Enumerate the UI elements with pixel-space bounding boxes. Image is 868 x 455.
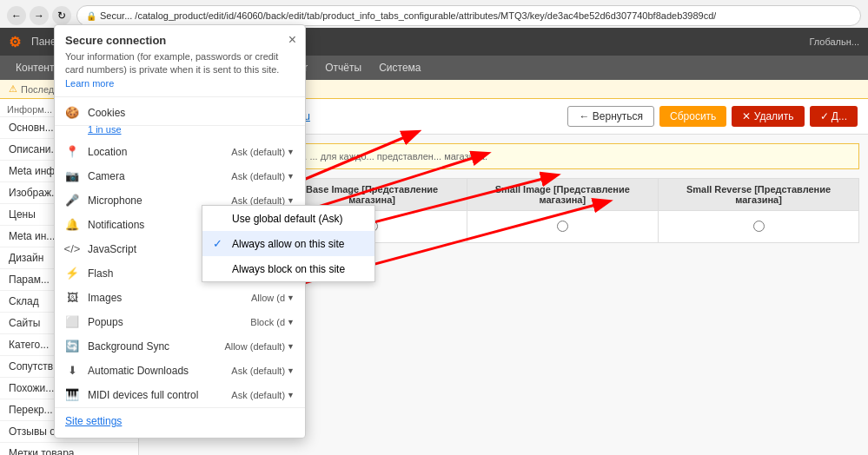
cookies-label: Cookies <box>88 107 295 119</box>
save-button[interactable]: ✓ Д... <box>810 106 858 127</box>
midi-icon: 🎹 <box>65 388 79 402</box>
col-header-small: Small Image [Представление магазина] <box>467 179 659 211</box>
checkmark-icon: ✓ <box>213 237 225 250</box>
microphone-dropdown-arrow: ▼ <box>287 196 295 205</box>
learn-more-link[interactable]: Learn more <box>65 78 114 89</box>
popups-value[interactable]: Block (d ▼ <box>250 317 295 327</box>
camera-dropdown-arrow: ▼ <box>287 172 295 181</box>
notice-icon: ⚠ <box>9 83 17 95</box>
cookies-item: 🍪 Cookies <box>55 101 305 126</box>
location-icon: 📍 <box>65 145 79 159</box>
refresh-button[interactable]: ↻ <box>52 6 71 25</box>
address-bar[interactable]: 🔒 Secur... /catalog_product/edit/id/4606… <box>76 5 861 26</box>
cookies-icon: 🍪 <box>65 106 79 120</box>
automatic-downloads-label: Automatic Downloads <box>88 365 222 377</box>
flash-option-always-allow[interactable]: ✓ Always allow on this site <box>202 231 374 256</box>
popups-dropdown-arrow: ▼ <box>287 318 295 326</box>
images-permission-icon: 🖼 <box>65 291 79 305</box>
flash-icon: ⚡ <box>65 267 79 280</box>
microphone-value[interactable]: Ask (default) ▼ <box>231 195 295 206</box>
camera-item: 📷 Camera Ask (default) ▼ <box>55 164 305 188</box>
background-sync-value[interactable]: Allow (default) ▼ <box>224 341 295 352</box>
popups-icon: ⬜ <box>65 315 79 329</box>
header-actions: ← Вернуться Сбросить ✕ Удалить ✓ Д... <box>567 106 858 127</box>
sidebar-item-tags[interactable]: Метки товара <box>0 443 138 455</box>
delete-button[interactable]: ✕ Удалить <box>732 106 804 127</box>
background-sync-label: Background Sync <box>88 340 215 353</box>
small-reverse-cell <box>659 211 859 243</box>
images-permission-item: 🖼 Images Allow (d ▼ <box>55 286 305 310</box>
automatic-downloads-item: ⬇ Automatic Downloads Ask (default) ▼ <box>55 359 305 383</box>
reset-button[interactable]: Сбросить <box>659 106 726 127</box>
global-label: Глобальн... <box>809 36 859 47</box>
flash-sub-dropdown: Use global default (Ask) ✓ Always allow … <box>202 205 375 282</box>
flash-option-always-block[interactable]: Always block on this site <box>202 256 374 281</box>
small-reverse-radio[interactable] <box>753 221 765 232</box>
images-permission-dropdown-arrow: ▼ <box>287 293 295 302</box>
back-button[interactable]: ← <box>7 6 26 25</box>
images-permission-label: Images <box>88 292 242 304</box>
images-permission-value[interactable]: Allow (d ▼ <box>251 293 295 303</box>
automatic-downloads-value[interactable]: Ask (default) ▼ <box>231 366 295 376</box>
popups-item: ⬜ Popups Block (d ▼ <box>55 310 305 334</box>
javascript-icon: </> <box>65 242 79 256</box>
automatic-downloads-icon: ⬇ <box>65 364 79 378</box>
popup-header: Secure connection Your information (for … <box>55 25 305 97</box>
popups-label: Popups <box>88 316 242 328</box>
background-sync-icon: 🔄 <box>65 340 79 353</box>
lock-icon: 🔒 <box>86 11 96 21</box>
small-image-cell <box>467 211 659 243</box>
camera-value[interactable]: Ask (default) ▼ <box>231 171 295 181</box>
popup-title: Secure connection <box>65 34 295 47</box>
col-header-small-reverse: Small Reverse [Представление магазина] <box>659 179 859 211</box>
flash-option-global-label: Use global default (Ask) <box>232 213 342 225</box>
camera-label: Camera <box>88 170 222 182</box>
check-placeholder-2 <box>213 262 225 275</box>
small-image-radio[interactable] <box>557 221 568 232</box>
back-button[interactable]: ← Вернуться <box>567 106 654 127</box>
background-sync-item: 🔄 Background Sync Allow (default) ▼ <box>55 334 305 359</box>
app-logo: ⚙ <box>9 34 21 50</box>
url-text: Secur... /catalog_product/edit/id/46060/… <box>100 10 716 21</box>
flash-option-always-allow-label: Always allow on this site <box>232 238 344 250</box>
midi-label: MIDI devices full control <box>88 389 222 401</box>
automatic-downloads-dropdown-arrow: ▼ <box>287 366 295 375</box>
site-settings-link[interactable]: Site settings <box>55 407 305 434</box>
background-sync-dropdown-arrow: ▼ <box>287 342 295 351</box>
nav-item-reports[interactable]: Отчёты <box>316 56 370 80</box>
location-item: 📍 Location Ask (default) ▼ <box>55 140 305 164</box>
microphone-icon: 🎤 <box>65 194 79 208</box>
check-placeholder-1 <box>213 212 225 225</box>
camera-icon: 📷 <box>65 169 79 183</box>
popup-close-button[interactable]: × <box>288 32 296 48</box>
flash-option-global-default[interactable]: Use global default (Ask) <box>202 206 374 231</box>
forward-button[interactable]: → <box>30 6 49 25</box>
cookies-in-use-link[interactable]: 1 in use <box>55 124 305 140</box>
midi-dropdown-arrow: ▼ <box>287 391 295 399</box>
nav-item-system[interactable]: Система <box>370 56 429 80</box>
location-dropdown-arrow: ▼ <box>287 148 295 156</box>
location-label: Location <box>88 146 222 158</box>
midi-value[interactable]: Ask (default) ▼ <box>231 390 295 400</box>
flash-option-always-block-label: Always block on this site <box>232 263 345 275</box>
nav-buttons: ← → ↻ <box>7 6 71 25</box>
notifications-icon: 🔔 <box>65 218 79 232</box>
location-value[interactable]: Ask (default) ▼ <box>231 147 295 157</box>
midi-item: 🎹 MIDI devices full control Ask (default… <box>55 383 305 407</box>
popup-description: Your information (for example, passwords… <box>65 50 295 77</box>
